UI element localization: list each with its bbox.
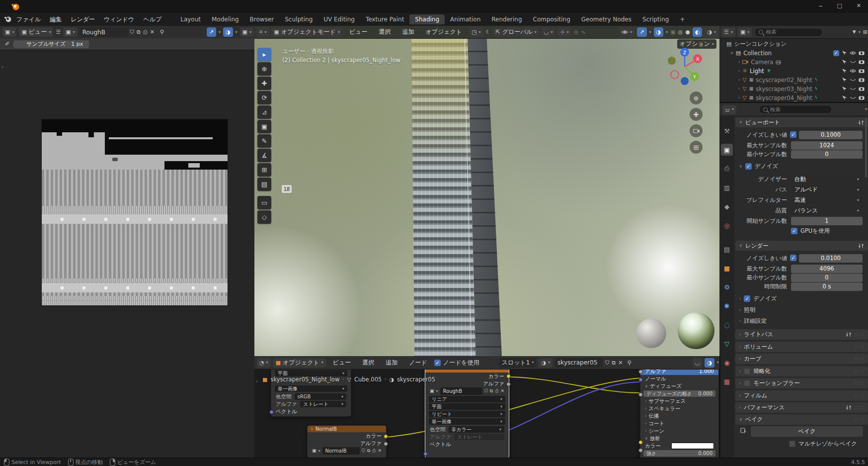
- workspace-tab-scripting[interactable]: Scripting: [637, 14, 674, 24]
- panel-curves[interactable]: › カーブ ∷ ∷: [735, 354, 868, 364]
- max-samples-field[interactable]: 1024: [791, 141, 863, 150]
- fake-user-shield-icon[interactable]: ⛉: [484, 389, 488, 393]
- close-window-button[interactable]: ✕: [857, 3, 861, 8]
- proportional-edit-icon[interactable]: ◎: [574, 29, 579, 35]
- noise-threshold-field[interactable]: 0.1000: [799, 131, 863, 139]
- gizmo-toggle[interactable]: ↗: [207, 27, 216, 37]
- tab-view-layer[interactable]: ▥: [721, 182, 733, 193]
- preset-sliders-icon[interactable]: [858, 243, 864, 249]
- tab-output[interactable]: ⎙: [721, 163, 733, 175]
- properties-scrollbar[interactable]: [865, 118, 867, 178]
- drag-grip-icon[interactable]: ∷ ∷: [855, 405, 864, 410]
- add-workspace-button[interactable]: +: [674, 14, 690, 24]
- drag-grip-icon[interactable]: ∷ ∷: [855, 332, 864, 337]
- chevron-down-icon[interactable]: ▾: [865, 107, 867, 111]
- fake-user-shield-icon[interactable]: ⛉: [130, 29, 134, 35]
- min-samples-field[interactable]: 0: [791, 150, 863, 159]
- material-browse-button[interactable]: ◑▾: [539, 358, 552, 368]
- snap-button[interactable]: ◡▾: [542, 27, 555, 37]
- selectable-cursor-icon[interactable]: [842, 95, 847, 100]
- alpha-output-socket[interactable]: [506, 382, 511, 386]
- passes-dropdown[interactable]: アルベド▾: [791, 186, 863, 194]
- subsurface-section-row[interactable]: ›サブサーフェス: [640, 397, 718, 405]
- eye-closed-icon[interactable]: [850, 95, 856, 100]
- cursor-tool[interactable]: ⊕: [257, 62, 271, 76]
- selectable-cursor-icon[interactable]: [842, 68, 847, 74]
- eyedropper-icon[interactable]: ✐: [5, 41, 9, 47]
- colorspace-dropdown[interactable]: 非カラー▾: [449, 426, 505, 433]
- properties-search-input[interactable]: 検索: [759, 105, 832, 114]
- selectable-cursor-icon[interactable]: [842, 59, 847, 65]
- expand-icon[interactable]: ›: [738, 78, 740, 82]
- shading-wireframe-icon[interactable]: ◎: [678, 29, 683, 35]
- multires-bake-row[interactable]: マルチレゾからベイク: [789, 440, 857, 448]
- alpha-input-socket[interactable]: [638, 370, 643, 374]
- render-camera-icon[interactable]: [859, 51, 865, 55]
- pack-image-icon[interactable]: ⎙: [143, 29, 148, 35]
- emission-color-row[interactable]: カラー: [640, 442, 718, 450]
- node-image-texture-normal[interactable]: ∨ NormalB カラー アルファ ▣ ▾ NormalB ⛉ ⧉ ⎙ ✕: [307, 425, 387, 458]
- outliner-row-light[interactable]: › ☼ Light ☀: [738, 67, 865, 75]
- transform-pivot-button[interactable]: ◳▾: [469, 27, 483, 37]
- region-toggle-arrow[interactable]: ›: [1, 65, 3, 70]
- properties-editor-type-button[interactable]: ⚍▾: [722, 105, 736, 114]
- zoom-button[interactable]: ⊕: [690, 92, 703, 104]
- shader-menu-node[interactable]: ノード: [404, 359, 432, 367]
- extra-tool[interactable]: ◇: [257, 210, 271, 224]
- workspace-tab-rendering[interactable]: Rendering: [486, 14, 527, 24]
- alpha-dropdown[interactable]: ストレート: [454, 434, 504, 440]
- ortho-grid-button[interactable]: ⊞: [690, 141, 703, 154]
- exclude-checkbox[interactable]: ✓: [833, 50, 839, 56]
- transmission-section-row[interactable]: ›伝播: [640, 412, 718, 420]
- multires-checkbox[interactable]: [789, 441, 795, 447]
- vector-input-socket[interactable]: [423, 452, 428, 456]
- mode-selector[interactable]: ▣オブジェクトモード▾: [271, 27, 342, 37]
- gizmos-toggle[interactable]: ↗: [637, 27, 646, 37]
- viewport-menu-select[interactable]: 選択: [374, 28, 395, 36]
- alpha-output-socket[interactable]: [384, 442, 388, 446]
- overlay-toggle[interactable]: ◑: [705, 358, 714, 368]
- strength-input-socket[interactable]: [638, 448, 643, 453]
- noise-threshold-checkbox[interactable]: ✓: [790, 131, 796, 138]
- use-gpu-row[interactable]: ✓ GPUを使用: [791, 227, 830, 235]
- use-nodes-checkbox[interactable]: ✓: [434, 360, 441, 366]
- tab-material[interactable]: ◉: [721, 357, 733, 369]
- diffuse-section-row[interactable]: ∨ディフューズ: [640, 382, 718, 390]
- image-selector-row[interactable]: ▣ ▾ NormalB ⛉ ⧉ ⎙ ✕: [308, 447, 386, 455]
- editor-type-button[interactable]: ◔▾: [257, 358, 271, 368]
- subpanel-advanced[interactable]: › 詳細設定: [739, 317, 767, 325]
- drag-grip-icon[interactable]: ∷ ∷: [855, 369, 864, 374]
- expand-icon[interactable]: ›: [738, 69, 740, 73]
- subpanel-lights[interactable]: › 照明: [739, 306, 755, 314]
- select-box-tool[interactable]: ▸: [257, 48, 271, 61]
- region-toggle-arrow[interactable]: ›: [256, 379, 258, 384]
- denoiser-dropdown[interactable]: 自動▾: [791, 175, 863, 184]
- panel-simplify[interactable]: › 簡略化 ∷ ∷: [735, 366, 868, 376]
- motion-blur-checkbox[interactable]: [744, 380, 750, 386]
- orientation-selector[interactable]: ⇱グローバル▾: [493, 27, 539, 37]
- overlays-toggle[interactable]: ◑: [654, 27, 664, 37]
- interpolation-dropdown[interactable]: リニア▾: [429, 396, 505, 402]
- panel-bake[interactable]: ∨ ベイク ∷ ∷: [735, 414, 868, 425]
- expand-icon[interactable]: ›: [738, 96, 740, 100]
- menu-help[interactable]: ヘルプ: [139, 15, 166, 24]
- viewport-menu-view[interactable]: ビュー: [345, 28, 372, 36]
- shader-menu-select[interactable]: 選択: [358, 359, 379, 367]
- tab-scene[interactable]: ◆: [721, 200, 733, 212]
- duplicate-icon[interactable]: ⧉: [490, 389, 493, 393]
- crescent-icon[interactable]: ☾: [486, 29, 491, 35]
- panel-render-sampling[interactable]: ∨ レンダー: [735, 241, 868, 251]
- fake-user-shield-icon[interactable]: ⛉: [362, 449, 365, 453]
- bake-button[interactable]: ベイク: [750, 426, 864, 437]
- noise-threshold-checkbox[interactable]: ✓: [790, 255, 796, 261]
- time-limit-field[interactable]: 0 s: [791, 282, 863, 291]
- unlink-icon[interactable]: ✕: [618, 360, 623, 366]
- alpha-dropdown[interactable]: ストレート▾: [300, 401, 346, 407]
- pan-button[interactable]: ✚: [690, 108, 703, 121]
- color-output-socket[interactable]: [506, 374, 511, 378]
- snapping-toggle[interactable]: ◡: [693, 358, 703, 368]
- unlink-icon[interactable]: ✕: [500, 389, 504, 393]
- duplicate-icon[interactable]: ⧉: [612, 360, 616, 366]
- scale-tool[interactable]: ⊿: [257, 105, 271, 119]
- xray-toggle-icon[interactable]: ▣: [670, 29, 675, 35]
